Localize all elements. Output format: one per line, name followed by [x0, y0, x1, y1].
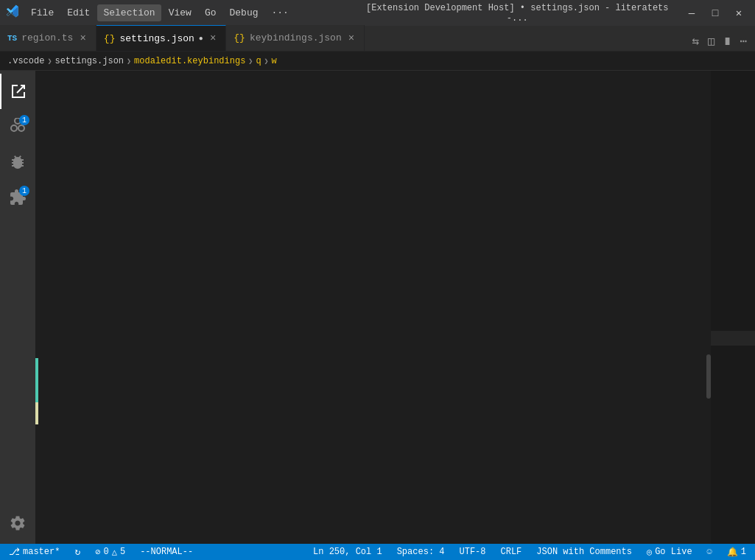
- tab-close-keybindings[interactable]: ×: [346, 32, 357, 45]
- menu-debug[interactable]: Debug: [223, 4, 264, 21]
- activity-extensions[interactable]: 1: [0, 180, 35, 215]
- tab-icon-settings: {}: [104, 33, 116, 44]
- status-encoding[interactable]: UTF-8: [456, 547, 488, 557]
- language-mode: JSON with Comments: [536, 547, 632, 557]
- vscode-logo: [6, 4, 19, 21]
- breadcrumb-q[interactable]: q: [256, 56, 261, 66]
- status-line-ending[interactable]: CRLF: [498, 547, 525, 557]
- breadcrumb: .vscode ❯ settings.json ❯ modaledit.keyb…: [0, 52, 755, 71]
- minimap[interactable]: [711, 71, 755, 544]
- line-numbers: [38, 71, 75, 544]
- branch-icon: ⎇: [9, 546, 20, 558]
- tab-icon-region: TS: [7, 34, 17, 43]
- tab-label-keybindings: keybindings.json: [250, 32, 342, 43]
- live-share-icon: ◎: [647, 547, 652, 558]
- editor-content[interactable]: [75, 71, 700, 544]
- minimize-button[interactable]: —: [681, 3, 702, 24]
- breadcrumb-sep-2: ❯: [127, 57, 131, 66]
- window-controls: — □ ✕: [681, 3, 749, 24]
- tab-keybindings[interactable]: {} keybindings.json ×: [226, 25, 365, 51]
- sidebar-button[interactable]: ∎: [722, 32, 734, 51]
- window-title: [Extension Development Host] • settings.…: [354, 3, 682, 24]
- status-branch-label: master*: [23, 547, 60, 557]
- more-actions-button[interactable]: ⋯: [737, 32, 749, 51]
- tab-actions: ⇆ ◫ ∎ ⋯: [684, 32, 755, 51]
- breadcrumb-sep-4: ❯: [264, 57, 269, 66]
- menu-file[interactable]: File: [25, 4, 60, 21]
- menu-edit[interactable]: Edit: [61, 4, 96, 21]
- status-mode[interactable]: --NORMAL--: [137, 547, 196, 557]
- menu-bar: File Edit Selection View Go Debug ···: [25, 4, 354, 21]
- layout-button[interactable]: ◫: [706, 32, 717, 51]
- status-language[interactable]: JSON with Comments: [533, 547, 635, 557]
- status-position[interactable]: Ln 250, Col 1: [310, 547, 385, 557]
- feedback-icon: ☺: [707, 547, 712, 557]
- breadcrumb-sep-3: ❯: [248, 57, 253, 66]
- breadcrumb-settings[interactable]: settings.json: [55, 56, 124, 66]
- notifications-icon: 🔔: [727, 547, 738, 558]
- status-spaces[interactable]: Spaces: 4: [394, 547, 448, 557]
- menu-selection[interactable]: Selection: [97, 4, 161, 21]
- tab-icon-keybindings: {}: [233, 32, 245, 43]
- scrollbar[interactable]: [700, 71, 711, 544]
- activity-explorer[interactable]: [0, 74, 35, 109]
- title-bar: File Edit Selection View Go Debug ··· [E…: [0, 0, 755, 26]
- close-button[interactable]: ✕: [728, 3, 749, 24]
- main-area: 1 1: [0, 71, 755, 544]
- split-editor-button[interactable]: ⇆: [689, 32, 701, 51]
- editor-container[interactable]: [38, 71, 755, 544]
- warning-count: 5: [120, 547, 125, 557]
- tab-label-settings: settings.json: [119, 33, 194, 44]
- status-feedback[interactable]: ☺: [704, 547, 715, 557]
- extensions-badge: 1: [19, 186, 29, 196]
- menu-more[interactable]: ···: [266, 4, 295, 21]
- error-icon: ⊘: [95, 547, 100, 558]
- tab-modified-settings: ●: [199, 35, 203, 43]
- status-live-share[interactable]: ◎ Go Live: [644, 547, 695, 558]
- tab-label-region: region.ts: [21, 32, 73, 43]
- tab-close-region[interactable]: ×: [77, 32, 88, 45]
- file-encoding: UTF-8: [459, 547, 485, 557]
- status-branch[interactable]: ⎇ master*: [6, 546, 63, 558]
- menu-go[interactable]: Go: [199, 4, 222, 21]
- sync-icon: ↻: [74, 546, 80, 558]
- source-control-badge: 1: [19, 115, 29, 125]
- tab-close-settings[interactable]: ×: [208, 32, 218, 45]
- activity-accounts[interactable]: [0, 508, 35, 544]
- tab-bar: TS region.ts × {} settings.json ● × {} k…: [0, 26, 755, 52]
- breadcrumb-modaledit[interactable]: modaledit.keybindings: [134, 56, 245, 66]
- minimap-highlight: [711, 331, 755, 346]
- status-errors[interactable]: ⊘ 0 △ 5: [92, 547, 128, 558]
- status-notifications[interactable]: 🔔 1: [724, 547, 749, 558]
- breadcrumb-sep-1: ❯: [47, 57, 52, 66]
- status-sync[interactable]: ↻: [71, 546, 83, 558]
- editor-mode: --NORMAL--: [140, 547, 193, 557]
- maximize-button[interactable]: □: [705, 3, 726, 24]
- breadcrumb-w[interactable]: w: [272, 56, 277, 66]
- error-count: 0: [103, 547, 108, 557]
- tab-region[interactable]: TS region.ts ×: [0, 25, 96, 51]
- activity-bar: 1 1: [0, 71, 35, 544]
- menu-view[interactable]: View: [163, 4, 197, 21]
- cursor-position: Ln 250, Col 1: [313, 547, 382, 557]
- activity-source-control[interactable]: 1: [0, 109, 35, 144]
- live-share-label: Go Live: [655, 547, 692, 557]
- status-bar: ⎇ master* ↻ ⊘ 0 △ 5 --NORMAL-- Ln 250, C…: [0, 544, 755, 560]
- notifications-count: 1: [741, 547, 746, 557]
- tab-settings[interactable]: {} settings.json ● ×: [96, 25, 226, 51]
- warning-icon: △: [112, 547, 117, 558]
- activity-debug[interactable]: [0, 144, 35, 180]
- breadcrumb-vscode[interactable]: .vscode: [7, 56, 44, 66]
- line-ending: CRLF: [501, 547, 522, 557]
- indentation: Spaces: 4: [397, 547, 445, 557]
